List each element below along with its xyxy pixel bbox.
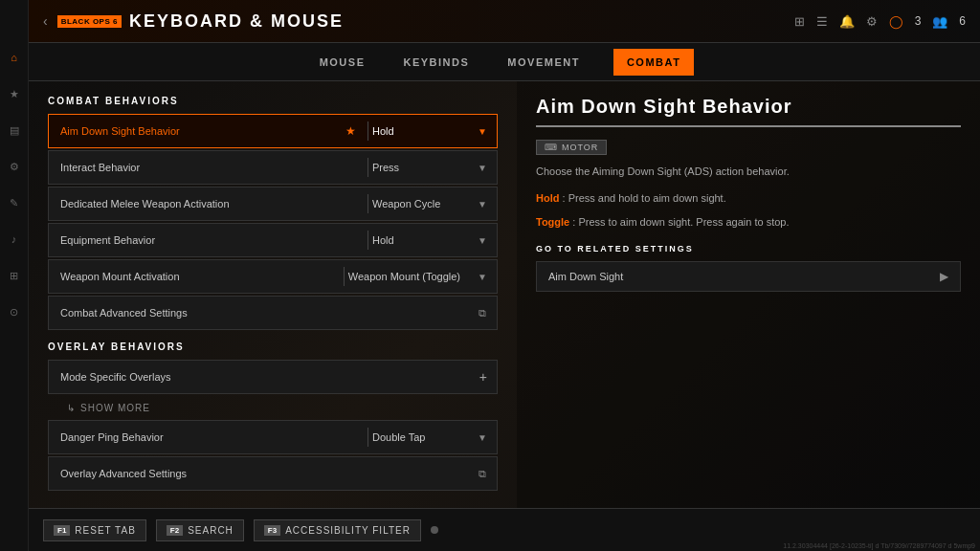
setting-label-interact: Interact Behavior bbox=[49, 162, 364, 173]
sidebar-icon-gamepad[interactable]: ⚙ bbox=[5, 157, 24, 176]
setting-row-ads[interactable]: Aim Down Sight Behavior ★ Hold ▼ bbox=[48, 114, 498, 148]
back-button[interactable]: ‹ bbox=[43, 13, 48, 29]
accessibility-button[interactable]: F3 ACCESSIBILITY FILTER bbox=[254, 519, 421, 541]
search-key: F2 bbox=[167, 525, 183, 536]
sidebar-icon-home[interactable]: ⌂ bbox=[5, 48, 24, 67]
combat-section-title: COMBAT BEHAVIORS bbox=[48, 96, 498, 106]
count-2: 6 bbox=[959, 14, 966, 28]
detail-description: Choose the Aiming Down Sight (ADS) actio… bbox=[536, 165, 961, 179]
chevron-down-equipment: ▼ bbox=[468, 235, 497, 246]
related-title: GO TO RELATED SETTINGS bbox=[536, 244, 961, 253]
brand-logo: BLACK OPS 6 KEYBOARD & MOUSE bbox=[57, 11, 344, 32]
sidebar-icon-sound[interactable]: ♪ bbox=[5, 230, 24, 249]
reset-tab-label: RESET TAB bbox=[75, 525, 135, 536]
chevron-down-weapon-mount: ▼ bbox=[468, 272, 497, 282]
motor-badge-label: MOTOR bbox=[562, 143, 598, 152]
sidebar-icon-network[interactable]: ⊙ bbox=[5, 302, 24, 321]
show-more-label: Show More bbox=[80, 403, 150, 413]
divider-equipment bbox=[368, 231, 368, 250]
divider-weapon-mount bbox=[344, 267, 345, 286]
tab-mouse[interactable]: MOUSE bbox=[315, 49, 370, 76]
reset-tab-button[interactable]: F1 RESET TAB bbox=[43, 519, 146, 541]
overlay-section-title: OVERLAY BEHAVIORS bbox=[48, 342, 498, 352]
setting-label-melee: Dedicated Melee Weapon Activation bbox=[49, 198, 364, 209]
nav-tabs: MOUSE KEYBINDS MOVEMENT COMBAT bbox=[29, 43, 980, 81]
overlay-settings-list: Mode Specific Overlays + ↳ Show More Dan… bbox=[48, 360, 498, 491]
divider-melee bbox=[368, 194, 368, 213]
grid-icon[interactable]: ⊞ bbox=[794, 14, 805, 29]
bell-icon[interactable]: 🔔 bbox=[839, 14, 855, 29]
section-gap bbox=[48, 332, 498, 342]
setting-value-equipment: Hold bbox=[372, 234, 468, 246]
plus-icon-overlays[interactable]: + bbox=[479, 369, 487, 385]
setting-label-overlay-advanced: Overlay Advanced Settings bbox=[49, 468, 468, 479]
option-desc-hold-text: Press and hold to aim down sight. bbox=[568, 192, 726, 204]
option-desc-toggle-text: Press to aim down sight. Press again to … bbox=[578, 216, 789, 228]
setting-row-mode-overlays[interactable]: Mode Specific Overlays + bbox=[48, 360, 498, 394]
profile-icon[interactable]: ◯ bbox=[889, 14, 903, 29]
combat-settings-list: Aim Down Sight Behavior ★ Hold ▼ Interac… bbox=[48, 114, 498, 330]
left-panel: COMBAT BEHAVIORS Aim Down Sight Behavior… bbox=[29, 81, 517, 508]
sidebar-icon-edit[interactable]: ✎ bbox=[5, 193, 24, 212]
setting-value-melee: Weapon Cycle bbox=[372, 198, 468, 209]
detail-option-toggle: Toggle : Press to aim down sight. Press … bbox=[536, 214, 961, 231]
page-title: KEYBOARD & MOUSE bbox=[129, 11, 344, 32]
divider-danger-ping bbox=[368, 428, 368, 447]
gear-icon[interactable]: ⚙ bbox=[866, 14, 878, 29]
related-arrow-icon: ▶ bbox=[940, 270, 948, 283]
setting-label-weapon-mount: Weapon Mount Activation bbox=[49, 271, 340, 282]
setting-row-weapon-mount[interactable]: Weapon Mount Activation Weapon Mount (To… bbox=[48, 259, 498, 294]
main-content: COMBAT BEHAVIORS Aim Down Sight Behavior… bbox=[29, 81, 980, 508]
search-button[interactable]: F2 SEARCH bbox=[156, 519, 244, 541]
setting-row-danger-ping[interactable]: Danger Ping Behavior Double Tap ▼ bbox=[48, 420, 498, 454]
setting-value-danger-ping: Double Tap bbox=[372, 431, 468, 443]
setting-row-overlay-advanced[interactable]: Overlay Advanced Settings ⧉ bbox=[48, 456, 498, 491]
search-label: SEARCH bbox=[188, 525, 234, 536]
chevron-down-interact: ▼ bbox=[468, 163, 497, 173]
chevron-down-ads: ▼ bbox=[468, 126, 497, 137]
divider-interact bbox=[368, 158, 368, 177]
sidebar-icon-person[interactable]: ⊞ bbox=[5, 266, 24, 285]
sidebar-icon-menu[interactable]: ▤ bbox=[5, 121, 24, 140]
motor-icon: ⌨ bbox=[545, 143, 558, 152]
count-1: 3 bbox=[915, 14, 922, 28]
related-row-ads[interactable]: Aim Down Sight ▶ bbox=[536, 261, 961, 292]
show-more-arrow-icon: ↳ bbox=[67, 403, 75, 413]
setting-row-interact[interactable]: Interact Behavior Press ▼ bbox=[48, 150, 498, 185]
show-more-row[interactable]: ↳ Show More bbox=[48, 396, 498, 420]
detail-option-hold: Hold : Press and hold to aim down sight. bbox=[536, 190, 961, 207]
right-panel: Aim Down Sight Behavior ⌨ MOTOR Choose t… bbox=[517, 81, 980, 508]
external-link-icon-overlay: ⧉ bbox=[468, 468, 497, 480]
accessibility-key: F3 bbox=[264, 525, 280, 536]
tab-movement[interactable]: MOVEMENT bbox=[502, 49, 585, 76]
bo6-badge: BLACK OPS 6 bbox=[57, 15, 122, 28]
setting-label-equipment: Equipment Behavior bbox=[49, 234, 364, 246]
setting-row-combat-advanced[interactable]: Combat Advanced Settings ⧉ bbox=[48, 296, 498, 330]
setting-value-ads: Hold bbox=[372, 125, 468, 137]
status-dot bbox=[431, 526, 438, 534]
option-name-toggle: Toggle bbox=[536, 216, 569, 228]
setting-value-weapon-mount: Weapon Mount (Toggle) bbox=[348, 271, 468, 282]
setting-label-combat-advanced: Combat Advanced Settings bbox=[49, 307, 468, 319]
version-text: 11.2.30304444 [26-2-10235-ti] d Tb/7309/… bbox=[783, 542, 975, 549]
setting-row-melee[interactable]: Dedicated Melee Weapon Activation Weapon… bbox=[48, 187, 498, 221]
divider-ads bbox=[368, 121, 368, 141]
detail-title: Aim Down Sight Behavior bbox=[536, 96, 961, 127]
option-name-hold: Hold bbox=[536, 192, 559, 204]
chevron-down-danger-ping: ▼ bbox=[468, 432, 497, 443]
tab-keybinds[interactable]: KEYBINDS bbox=[398, 49, 474, 76]
reset-tab-key: F1 bbox=[54, 525, 70, 536]
friends-icon[interactable]: 👥 bbox=[932, 14, 947, 29]
sidebar-icon-star[interactable]: ★ bbox=[5, 84, 24, 103]
motor-badge: ⌨ MOTOR bbox=[536, 140, 607, 155]
external-link-icon-combat: ⧉ bbox=[468, 307, 497, 320]
tab-combat[interactable]: COMBAT bbox=[613, 49, 694, 76]
setting-label-mode-overlays: Mode Specific Overlays bbox=[49, 371, 479, 383]
left-sidebar: ⌂ ★ ▤ ⚙ ✎ ♪ ⊞ ⊙ bbox=[0, 0, 29, 551]
star-icon-ads: ★ bbox=[345, 124, 356, 138]
related-label-ads: Aim Down Sight bbox=[548, 271, 940, 282]
setting-row-equipment[interactable]: Equipment Behavior Hold ▼ bbox=[48, 223, 498, 257]
header: ‹ BLACK OPS 6 KEYBOARD & MOUSE ⊞ ☰ 🔔 ⚙ ◯… bbox=[29, 0, 980, 43]
list-icon[interactable]: ☰ bbox=[816, 14, 828, 29]
chevron-down-melee: ▼ bbox=[468, 199, 497, 209]
